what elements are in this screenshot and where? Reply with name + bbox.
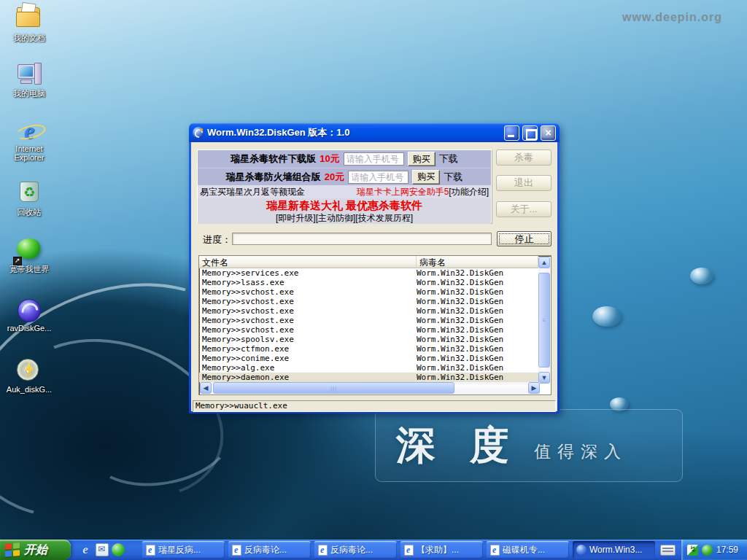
minimize-button[interactable] bbox=[504, 125, 519, 141]
desktop-icon-rav-diskgen[interactable]: ravDiskGe... bbox=[1, 299, 57, 332]
ie-page-icon bbox=[490, 545, 500, 556]
scroll-right-icon[interactable]: ▶ bbox=[528, 382, 540, 394]
my-documents-icon bbox=[17, 7, 42, 32]
desktop-icon-recycle-bin[interactable]: 回收站 bbox=[1, 179, 57, 217]
taskbar-task-diskdrive[interactable]: 磁碟机专... bbox=[487, 541, 569, 559]
status-bar: Memory>>wuauclt.exe bbox=[193, 400, 556, 412]
buy-button[interactable]: 购买 bbox=[408, 152, 436, 166]
virus-name-cell: Worm.Win32.DiskGen bbox=[417, 363, 538, 373]
list-row[interactable]: Memory>>spoolsv.exeWorm.Win32.DiskGen bbox=[199, 335, 538, 344]
window-app-icon bbox=[193, 127, 204, 139]
exit-button[interactable]: 退出 bbox=[496, 175, 551, 191]
file-name-cell: Memory>>svchost.exe bbox=[199, 287, 417, 297]
virus-name-cell: Worm.Win32.DiskGen bbox=[417, 344, 538, 354]
list-row[interactable]: Memory>>services.exeWorm.Win32.DiskGen bbox=[199, 268, 538, 278]
scan-button[interactable]: 杀毒 bbox=[496, 149, 551, 166]
list-row[interactable]: Memory>>svchost.exeWorm.Win32.DiskGen bbox=[199, 287, 538, 297]
virus-name-cell: Worm.Win32.DiskGen bbox=[417, 325, 538, 335]
desktop-icon-broadband-world[interactable]: 宽带我世界 bbox=[1, 236, 57, 273]
quicklaunch-ie-icon[interactable]: e bbox=[79, 543, 92, 556]
horizontal-scroll-thumb[interactable]: ||| bbox=[213, 382, 454, 394]
list-row[interactable]: Memory>>svchost.exeWorm.Win32.DiskGen bbox=[199, 316, 538, 325]
worm-app-icon bbox=[576, 545, 587, 555]
scroll-up-icon[interactable]: ▲ bbox=[538, 257, 550, 268]
virus-name-cell: Worm.Win32.DiskGen bbox=[417, 278, 538, 287]
list-row[interactable]: Memory>>alg.exeWorm.Win32.DiskGen bbox=[199, 363, 538, 373]
list-header: 文件名 病毒名 bbox=[199, 256, 551, 268]
desktop-icon-label: 回收站 bbox=[1, 208, 57, 217]
product-price: 10元 bbox=[320, 152, 339, 166]
download-link[interactable]: 下载 bbox=[439, 152, 458, 166]
taskbar-task-forum-2[interactable]: 反病毒论... bbox=[314, 541, 397, 559]
download-link[interactable]: 下载 bbox=[444, 171, 462, 184]
windows-flag-icon bbox=[5, 542, 20, 556]
quicklaunch-mail-icon[interactable] bbox=[96, 543, 109, 556]
promo-links[interactable]: [即时升级][主动防御][技术发展历程] bbox=[276, 212, 413, 225]
file-name-cell: Memory>>spoolsv.exe bbox=[199, 335, 417, 344]
horizontal-scrollbar[interactable]: ◀ ||| ▶ bbox=[200, 382, 540, 394]
phone-input[interactable] bbox=[344, 152, 404, 166]
tray-globe-icon[interactable] bbox=[702, 545, 713, 556]
virus-name-cell: Worm.Win32.DiskGen bbox=[417, 354, 538, 363]
stop-button[interactable]: 停止 bbox=[497, 231, 551, 246]
taskbar-task-help[interactable]: 【求助】... bbox=[400, 541, 483, 559]
start-button[interactable]: 开始 bbox=[0, 540, 71, 560]
list-row[interactable]: Memory>>ctfmon.exeWorm.Win32.DiskGen bbox=[199, 344, 538, 354]
column-file-name[interactable]: 文件名 bbox=[199, 256, 417, 268]
file-name-cell: Memory>>alg.exe bbox=[199, 363, 417, 373]
taskbar-task-forum-1[interactable]: 反病毒论... bbox=[228, 541, 311, 559]
auk-diskg-icon bbox=[17, 359, 42, 384]
vertical-scrollbar[interactable]: ▲ ≡ ▼ bbox=[538, 257, 550, 384]
scroll-left-icon[interactable]: ◀ bbox=[200, 382, 212, 394]
desktop-icon-my-documents[interactable]: 我的文档 bbox=[1, 3, 57, 42]
scroll-down-icon[interactable]: ▼ bbox=[538, 372, 550, 384]
promo-link-red[interactable]: 瑞星卡卡上网安全助手5 bbox=[357, 187, 449, 197]
desktop-icon-label: 我的文档 bbox=[1, 34, 57, 42]
maximize-button[interactable] bbox=[522, 125, 538, 141]
window-title: Worm.Win32.DiskGen 版本：1.0 bbox=[207, 126, 501, 139]
desktop-icon-internet-explorer[interactable]: e Internet Explorer bbox=[1, 118, 57, 162]
list-row[interactable]: Memory>>conime.exeWorm.Win32.DiskGen bbox=[199, 354, 538, 363]
promo-row-5: [即时升级][主动防御][技术发展历程] bbox=[198, 213, 491, 224]
promo-text-left: 易宝买瑞星次月返等额现金 bbox=[200, 186, 305, 198]
file-name-cell: Memory>>services.exe bbox=[199, 268, 417, 278]
list-row[interactable]: Memory>>svchost.exeWorm.Win32.DiskGen bbox=[199, 325, 538, 335]
file-name-cell: Memory>>svchost.exe bbox=[199, 306, 417, 316]
deepin-brand-panel: 深 度 值得深入 bbox=[375, 409, 683, 482]
virus-name-cell: Worm.Win32.DiskGen bbox=[417, 335, 538, 344]
tray-sync-icon[interactable] bbox=[687, 545, 698, 556]
quicklaunch-broadband-icon[interactable] bbox=[112, 543, 125, 556]
list-row[interactable]: Memory>>svchost.exeWorm.Win32.DiskGen bbox=[199, 297, 538, 306]
input-method-keyboard-icon[interactable] bbox=[660, 545, 676, 556]
taskbar-task-worm-active[interactable]: Worm.Win3... bbox=[573, 541, 655, 559]
wallpaper-url-text: www.deepin.org bbox=[622, 11, 722, 24]
desktop-icon-my-computer[interactable]: 我的电脑 bbox=[1, 63, 57, 98]
virus-name-cell: Worm.Win32.DiskGen bbox=[417, 287, 538, 297]
window-titlebar[interactable]: Worm.Win32.DiskGen 版本：1.0 × bbox=[189, 123, 560, 142]
desktop-icon-auk-diskg[interactable]: Auk_diskG... bbox=[1, 357, 57, 394]
close-button[interactable]: × bbox=[541, 125, 556, 141]
list-row[interactable]: Memory>>lsass.exeWorm.Win32.DiskGen bbox=[199, 278, 538, 287]
taskbar-task-rising[interactable]: 瑞星反病... bbox=[142, 541, 225, 559]
list-row[interactable]: Memory>>daemon.exeWorm.Win32.DiskGen bbox=[199, 373, 538, 382]
column-virus-name[interactable]: 病毒名 bbox=[417, 256, 538, 268]
internet-explorer-icon: e bbox=[17, 118, 42, 143]
product-name: 瑞星杀毒软件下载版 bbox=[231, 152, 316, 166]
promo-link-right[interactable]: 瑞星卡卡上网安全助手5[功能介绍] bbox=[357, 186, 489, 198]
desktop-icon-label: 我的电脑 bbox=[1, 89, 57, 98]
about-button[interactable]: 关于... bbox=[496, 201, 551, 217]
file-name-cell: Memory>>daemon.exe bbox=[199, 373, 417, 382]
vertical-scroll-thumb[interactable]: ≡ bbox=[538, 273, 550, 368]
desktop-icon-label: ravDiskGe... bbox=[1, 324, 57, 332]
broadband-world-icon bbox=[17, 238, 42, 263]
desktop: www.deepin.org 深 度 值得深入 我的文档 我的电脑 e Inte… bbox=[0, 0, 747, 560]
file-name-cell: Memory>>ctfmon.exe bbox=[199, 344, 417, 354]
buy-button[interactable]: 购买 bbox=[412, 170, 440, 184]
file-name-cell: Memory>>lsass.exe bbox=[199, 278, 417, 287]
product-price: 20元 bbox=[325, 171, 344, 184]
list-row[interactable]: Memory>>svchost.exeWorm.Win32.DiskGen bbox=[199, 306, 538, 316]
taskbar-clock[interactable]: 17:59 bbox=[716, 545, 738, 555]
phone-input[interactable] bbox=[348, 171, 409, 184]
recycle-bin-icon bbox=[17, 182, 42, 206]
promo-link-suffix[interactable]: [功能介绍] bbox=[449, 187, 489, 197]
